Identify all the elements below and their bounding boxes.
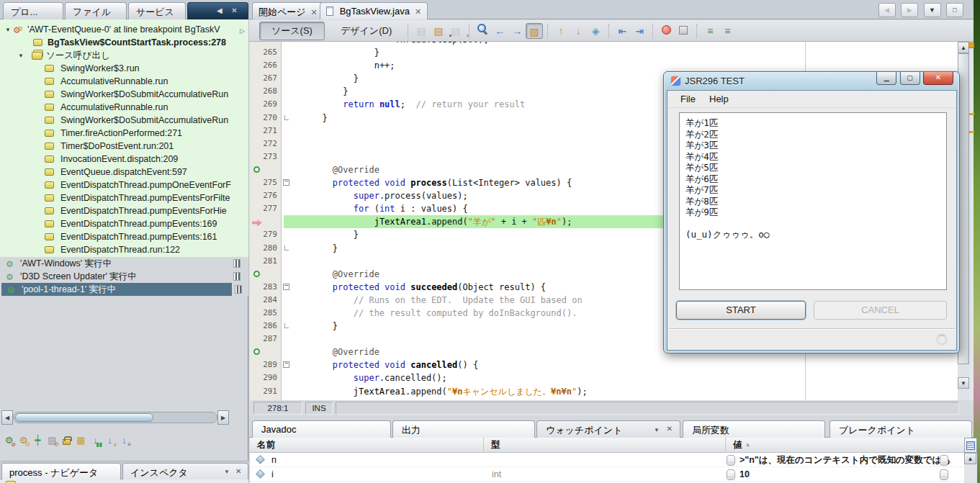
sheep-counter-textarea[interactable]: 羊が1匹 羊が2匹 羊が3匹 羊が4匹 羊が5匹 羊が6匹 羊が7匹 羊が8匹 … <box>679 112 947 290</box>
fold-column[interactable] <box>282 202 291 215</box>
source-calls-row[interactable]: ▼ ソース呼び出し <box>0 49 248 62</box>
edit-value-button[interactable]: … <box>727 469 735 480</box>
watch-value-cell[interactable]: …10 <box>727 467 951 482</box>
toggle-highlight-icon[interactable]: ▧ <box>526 23 543 39</box>
fold-column[interactable] <box>282 72 291 85</box>
watch-row[interactable]: n…>"n"は、現在のコンテキスト内で既知の変数ではあ...… <box>250 453 964 467</box>
forward-icon[interactable]: ▤▾ <box>447 23 464 39</box>
scroll-up-icon[interactable]: ▲ <box>964 453 976 464</box>
fold-column[interactable] <box>282 281 291 294</box>
tab-debugging-active[interactable]: ◀ ✕ <box>187 2 248 19</box>
column-header-value[interactable]: 値▲ <box>726 438 964 453</box>
scroll-up-icon[interactable]: ▲ <box>958 42 969 53</box>
thread-suspend-badge[interactable] <box>233 259 240 268</box>
error-stripe[interactable] <box>969 42 974 400</box>
thread-suspend-badge[interactable] <box>235 285 242 294</box>
code-line[interactable]: 289protected void cancelled() { <box>250 358 958 371</box>
fold-column[interactable] <box>282 125 291 137</box>
call-stack-frame[interactable]: EventDispatchThread.run:122 <box>0 243 248 256</box>
watch-table-scrollbar[interactable]: ▲ <box>964 453 977 483</box>
fold-column[interactable] <box>282 385 291 398</box>
watch-value-cell[interactable]: …>"n"は、現在のコンテキスト内で既知の変数ではあ... <box>727 453 951 467</box>
sort-natural-icon[interactable]: ↓≡ <box>118 433 130 448</box>
shift-right-icon[interactable]: ⇥ <box>631 23 648 39</box>
call-stack-frame[interactable]: SwingWorker$3.run <box>0 62 248 75</box>
table-settings-button[interactable] <box>964 438 977 453</box>
fold-column[interactable] <box>282 307 291 320</box>
column-header-name[interactable]: 名前 <box>250 438 484 453</box>
minimize-window-icon[interactable]: ▁ <box>876 72 896 85</box>
close-tab-icon[interactable]: ✕ <box>415 7 421 16</box>
code-line[interactable]: 290super.cancelled(); <box>250 371 958 384</box>
thread-row[interactable]: ⚙'pool-1-thread-1' 実行中 <box>1 283 232 296</box>
column-header-type[interactable]: 型 <box>484 438 726 453</box>
no-suspend-icon[interactable]: ⚙⊘ <box>3 433 15 448</box>
edit-value-button[interactable]: … <box>940 455 948 466</box>
scroll-tabs-right-icon[interactable]: ▶ <box>901 3 918 17</box>
split-view-icon[interactable]: ┿ <box>32 433 44 448</box>
scrollbar-thumb[interactable] <box>15 413 153 422</box>
tab-bgtaskview-java[interactable]: BgTaskView.java✕ <box>320 2 428 19</box>
source-view-button[interactable]: ソース(S) <box>259 22 325 40</box>
thread-gears-icon[interactable]: ⚙⚙ <box>17 433 30 448</box>
fold-column[interactable] <box>282 176 291 189</box>
call-stack-frame[interactable]: EventQueue.dispatchEvent:597 <box>0 166 248 179</box>
insert-mode-indicator[interactable]: INS <box>305 402 333 415</box>
fold-collapse-icon[interactable] <box>283 179 289 186</box>
fold-column[interactable] <box>282 228 291 241</box>
code-line[interactable]: 266n++; <box>250 59 958 72</box>
last-edit-position-icon[interactable]: ▤ <box>413 23 430 39</box>
thread-suspend-badge[interactable] <box>233 272 240 281</box>
close-icon[interactable]: ✕ <box>667 425 673 433</box>
thread-root-row[interactable]: ▼ ⚙⚙ 'AWT-EventQueue-0' at line breakpoi… <box>0 23 248 36</box>
scroll-right-icon[interactable]: ▶ <box>217 410 229 425</box>
scroll-down-icon[interactable]: ▼ <box>958 377 969 389</box>
warning-mark[interactable] <box>969 131 974 133</box>
tab-inspector[interactable]: インスペクタ ▼ ✕ <box>122 463 248 480</box>
maximize-window-icon[interactable]: □ <box>946 3 963 17</box>
call-stack-frame[interactable]: EventDispatchThread.pumpEventsForFilte <box>0 191 248 204</box>
call-stack-frame[interactable]: SwingWorker$DoSubmitAccumulativeRun <box>0 114 248 127</box>
close-window-icon[interactable]: ✕ <box>923 72 953 85</box>
collapse-icon[interactable]: ▼ <box>5 24 11 36</box>
current-frame-row[interactable]: BgTaskView$CountStartTask.process:278 <box>0 36 248 49</box>
horizontal-scrollbar[interactable]: ◀ ▶ <box>1 410 229 425</box>
call-stack-frame[interactable]: EventDispatchThread.pumpEventsForHie <box>0 204 248 217</box>
minimize-panel-icon[interactable]: ◀ <box>217 6 222 14</box>
sort-suspend-icon[interactable]: ↓▮▮ <box>89 433 102 448</box>
dropdown-icon[interactable]: ▼ <box>224 469 230 475</box>
lock-icon[interactable] <box>60 433 73 448</box>
tab-start-page[interactable]: 開始ページ✕ <box>252 2 324 19</box>
fold-column[interactable] <box>282 85 291 98</box>
close-panel-icon[interactable]: ✕ <box>231 6 237 14</box>
menu-file[interactable]: File <box>680 94 696 104</box>
tab-breakpoints[interactable]: ブレークポイント <box>830 420 972 438</box>
fold-column[interactable] <box>282 358 291 371</box>
fold-column[interactable] <box>282 333 291 346</box>
file-status-square[interactable] <box>968 42 974 48</box>
thread-row[interactable]: ⚙'AWT-Windows' 実行中 <box>0 257 248 270</box>
find-icon[interactable] <box>474 23 491 39</box>
fold-column[interactable] <box>282 215 291 228</box>
fold-column[interactable] <box>282 268 291 281</box>
fold-column[interactable] <box>282 59 291 72</box>
uncomment-icon[interactable]: ≡ <box>719 23 736 39</box>
menu-help[interactable]: Help <box>709 94 729 104</box>
start-button[interactable]: START <box>676 301 806 320</box>
scroll-left-icon[interactable]: ◀ <box>1 410 13 425</box>
tab-files[interactable]: ファイル <box>65 2 127 19</box>
fold-column[interactable] <box>282 242 291 255</box>
fold-column[interactable] <box>282 98 291 111</box>
dropdown-icon[interactable]: ▼ <box>654 427 660 433</box>
sort-alpha-icon[interactable]: ↓z <box>104 433 116 448</box>
call-stack-frame[interactable]: AccumulativeRunnable.run <box>0 75 248 88</box>
tab-services[interactable]: サービス <box>128 2 186 19</box>
stop-macro-recording-icon[interactable] <box>675 23 692 39</box>
maximize-window-icon[interactable]: ▢ <box>900 72 920 85</box>
close-icon[interactable]: ✕ <box>235 467 241 475</box>
tab-local-variables[interactable]: 局所変数 <box>683 420 825 438</box>
fold-column[interactable] <box>282 137 291 150</box>
collapse-icon[interactable]: ▼ <box>18 50 24 62</box>
edit-value-button[interactable]: … <box>727 455 735 466</box>
toggle-bookmark-icon[interactable]: ◈ <box>587 23 604 39</box>
